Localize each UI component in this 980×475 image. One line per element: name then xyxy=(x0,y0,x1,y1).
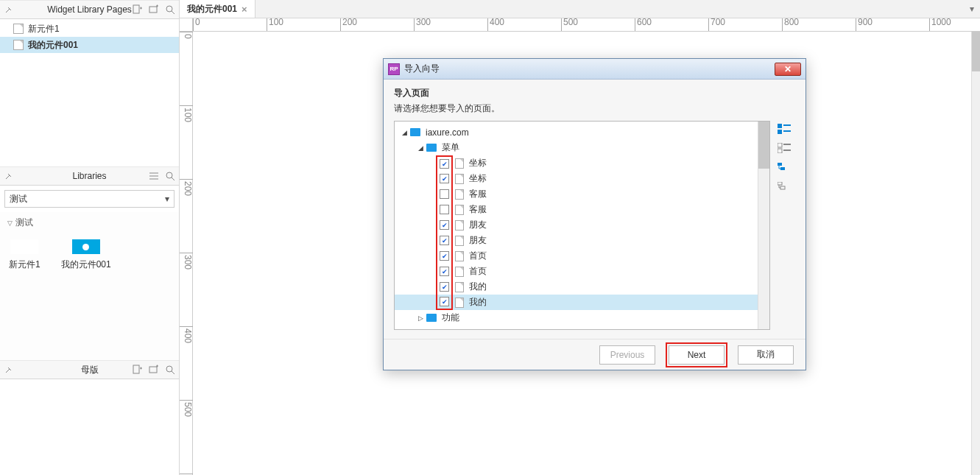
pin-icon[interactable] xyxy=(3,170,15,182)
next-button[interactable]: Next xyxy=(669,345,725,365)
tree-node[interactable]: 首页 xyxy=(395,264,758,279)
tree-node[interactable]: 坐标 xyxy=(395,155,758,171)
search-icon[interactable] xyxy=(164,364,176,376)
search-icon[interactable] xyxy=(164,170,176,182)
tree-node[interactable]: 我的 xyxy=(395,295,758,310)
pin-icon[interactable] xyxy=(3,364,15,376)
close-icon[interactable]: × xyxy=(242,4,247,15)
search-icon[interactable] xyxy=(164,4,176,15)
ruler-tick: 300 xyxy=(414,18,431,31)
tree-node[interactable]: ◢iaxure.com xyxy=(395,124,758,140)
ruler-tick: 900 xyxy=(856,18,873,31)
tree-node[interactable]: 坐标 xyxy=(395,171,758,186)
node-label: iaxure.com xyxy=(426,127,469,138)
tree-node[interactable]: 我的 xyxy=(395,279,758,295)
tree-node[interactable]: 客服 xyxy=(395,186,758,202)
tree-node[interactable]: 朋友 xyxy=(395,217,758,233)
cancel-button[interactable]: 取消 xyxy=(738,345,794,365)
ruler-tick: 800 xyxy=(782,18,799,31)
chevron-down-icon: ▽ xyxy=(7,219,13,227)
import-wizard-dialog: RP 导入向导 ✕ 导入页面 请选择您想要导入的页面。 ◢iaxure.com◢… xyxy=(383,58,806,370)
library-widget[interactable]: 新元件1 xyxy=(9,239,40,271)
svg-rect-11 xyxy=(778,143,782,147)
add-page-icon[interactable] xyxy=(132,4,144,15)
tabs-menu-icon[interactable]: ▾ xyxy=(964,0,980,18)
ruler-tick: 1000 xyxy=(929,18,951,31)
libraries-header: Libraries xyxy=(0,166,179,186)
menu-icon[interactable] xyxy=(148,170,160,182)
ruler-tick: 100 xyxy=(180,105,193,122)
add-folder-icon[interactable] xyxy=(148,4,160,15)
widget-thumbnail xyxy=(72,239,100,254)
node-label: 首页 xyxy=(469,250,487,262)
library-group-label: 测试 xyxy=(15,217,33,229)
library-widget[interactable]: 我的元件001 xyxy=(61,239,111,271)
pages-tree: 新元件1 我的元件001 xyxy=(0,19,179,166)
tree-node[interactable]: ▷功能 xyxy=(395,310,758,326)
svg-rect-10 xyxy=(783,130,791,132)
widget-label: 我的元件001 xyxy=(61,258,111,271)
page-label: 新元件1 xyxy=(28,23,60,35)
ruler-tick: 200 xyxy=(180,179,193,196)
svg-rect-9 xyxy=(778,130,782,134)
tree-node[interactable]: 首页 xyxy=(395,248,758,264)
library-select-value: 测试 xyxy=(10,193,27,205)
page-icon xyxy=(13,40,24,50)
libraries-title: Libraries xyxy=(72,171,106,181)
svg-rect-4 xyxy=(133,365,139,373)
node-label: 菜单 xyxy=(442,141,459,154)
expand-icon[interactable]: ▷ xyxy=(417,314,424,322)
add-page-icon[interactable] xyxy=(132,364,144,376)
svg-rect-14 xyxy=(783,149,791,151)
svg-point-6 xyxy=(166,366,172,372)
tree-node[interactable]: 客服 xyxy=(395,202,758,217)
pin-icon[interactable] xyxy=(3,4,15,15)
deselect-all-icon[interactable] xyxy=(776,141,792,155)
select-all-icon[interactable] xyxy=(776,122,792,136)
canvas[interactable]: RP 导入向导 ✕ 导入页面 请选择您想要导入的页面。 ◢iaxure.com◢… xyxy=(193,32,971,475)
collapse-icon[interactable]: ◢ xyxy=(401,129,408,136)
ruler-tick: 0 xyxy=(193,18,200,31)
library-group-expander[interactable]: ▽ 测试 xyxy=(0,212,179,233)
collapse-all-icon[interactable] xyxy=(776,180,792,193)
node-label: 朋友 xyxy=(469,234,487,247)
checkbox[interactable] xyxy=(440,159,449,169)
ruler-tick: 0 xyxy=(180,32,193,39)
collapse-icon[interactable]: ◢ xyxy=(417,144,424,152)
canvas-scrollbar[interactable] xyxy=(971,32,980,475)
dialog-titlebar[interactable]: RP 导入向导 ✕ xyxy=(384,59,805,80)
page-item[interactable]: 新元件1 xyxy=(0,21,179,37)
page-icon xyxy=(455,189,464,200)
page-icon xyxy=(13,24,24,34)
checkbox[interactable] xyxy=(440,174,449,183)
node-label: 客服 xyxy=(469,188,487,200)
document-tab[interactable]: 我的元件001 × xyxy=(180,0,255,18)
library-select[interactable]: 测试 ▾ xyxy=(4,190,175,208)
expand-all-icon[interactable] xyxy=(776,161,792,174)
page-item[interactable]: 我的元件001 xyxy=(0,37,179,53)
checkbox[interactable] xyxy=(440,282,449,292)
checkbox[interactable] xyxy=(440,251,449,261)
tree-node[interactable]: 朋友 xyxy=(395,233,758,248)
checkbox[interactable] xyxy=(440,189,449,199)
checkbox[interactable] xyxy=(440,236,449,245)
ruler-tick: 300 xyxy=(180,253,193,270)
tab-label: 我的元件001 xyxy=(187,3,237,15)
previous-button[interactable]: Previous xyxy=(599,345,655,365)
page-icon xyxy=(455,220,464,231)
checkbox[interactable] xyxy=(440,267,449,276)
svg-point-2 xyxy=(166,6,172,12)
scrollbar[interactable] xyxy=(758,122,769,329)
widget-label: 新元件1 xyxy=(9,258,40,271)
app-icon: RP xyxy=(388,63,400,75)
checkbox[interactable] xyxy=(440,220,449,230)
svg-rect-8 xyxy=(783,124,791,126)
ruler-horizontal: 01002003004005006007008009001000 xyxy=(193,18,980,31)
add-folder-icon[interactable] xyxy=(148,364,160,376)
chevron-down-icon: ▾ xyxy=(165,194,169,204)
close-button[interactable]: ✕ xyxy=(775,63,801,76)
checkbox[interactable] xyxy=(440,297,449,306)
checkbox[interactable] xyxy=(440,205,449,214)
node-label: 我的 xyxy=(469,296,487,309)
tree-node[interactable]: ◢菜单 xyxy=(395,140,758,155)
